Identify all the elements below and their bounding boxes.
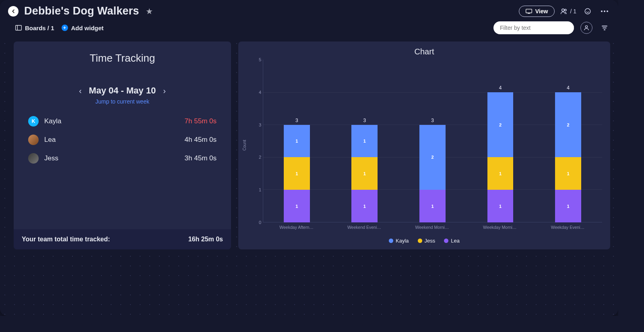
svg-point-7 xyxy=(607,10,608,12)
chart-legend: KaylaJessLea xyxy=(238,235,610,249)
chevron-left-icon xyxy=(10,8,16,14)
member-time: 3h 45m 0s xyxy=(185,154,217,162)
chart-ylabel: Count xyxy=(242,140,248,151)
legend-item[interactable]: Jess xyxy=(418,238,436,244)
bar-segment-lea: 1 xyxy=(351,190,378,222)
bar-segment-kayla: 2 xyxy=(419,125,446,190)
svg-point-2 xyxy=(562,9,564,11)
jump-current-week-link[interactable]: Jump to current week xyxy=(14,98,231,105)
chat-icon xyxy=(584,8,591,15)
legend-item[interactable]: Kayla xyxy=(389,238,409,244)
legend-item[interactable]: Lea xyxy=(444,238,460,244)
chart-xtick: Weekday Morning ... xyxy=(482,223,518,233)
members-icon xyxy=(560,8,568,15)
legend-label: Lea xyxy=(451,238,460,244)
more-icon xyxy=(601,10,608,12)
chart-xtick: Weekend Morning... xyxy=(414,223,450,233)
workspace-title: Debbie's Dog Walkers xyxy=(24,5,139,17)
bar-segment-kayla: 2 xyxy=(555,92,581,158)
chart-bar-column[interactable]: 4112 xyxy=(550,60,586,222)
time-tracking-list: KKayla7h 55m 0sLea4h 45m 0sJess3h 45m 0s xyxy=(14,105,231,168)
bar-segment-lea: 1 xyxy=(284,190,310,222)
bar-segment-jess: 1 xyxy=(351,157,378,190)
chart-title: Chart xyxy=(238,42,610,57)
bar-segment-kayla: 1 xyxy=(351,125,378,158)
bar-total-label: 3 xyxy=(279,118,315,125)
bar-segment-kayla: 1 xyxy=(284,125,310,158)
member-time: 4h 45m 0s xyxy=(185,136,217,144)
chat-button[interactable] xyxy=(582,6,593,17)
svg-point-5 xyxy=(601,10,603,12)
chart-ytick: 2 xyxy=(249,155,261,160)
filter-input[interactable] xyxy=(499,24,571,31)
bar-segment-kayla: 2 xyxy=(487,92,514,158)
legend-label: Kayla xyxy=(396,238,409,244)
user-button[interactable] xyxy=(580,22,592,34)
svg-point-12 xyxy=(585,26,587,28)
svg-point-4 xyxy=(585,8,590,14)
total-label: Your team total time tracked: xyxy=(22,236,110,243)
member-time: 7h 55m 0s xyxy=(185,117,217,125)
chart-xtick: Weekend Evening ... xyxy=(347,223,383,233)
bar-segment-jess: 1 xyxy=(284,157,310,190)
svg-rect-8 xyxy=(16,25,22,30)
filter-input-wrap[interactable] xyxy=(493,21,574,34)
svg-rect-0 xyxy=(526,9,532,12)
chart-bar-column[interactable]: 3111 xyxy=(347,60,383,222)
legend-swatch-icon xyxy=(389,239,393,243)
members-count: / 1 xyxy=(570,8,576,15)
save-filter-button[interactable] xyxy=(574,21,574,34)
legend-label: Jess xyxy=(425,238,436,244)
bar-segment-lea: 1 xyxy=(419,190,446,222)
view-label: View xyxy=(535,8,548,15)
chart-widget: Chart Count 3111311131241124112 Weekday … xyxy=(238,42,610,249)
member-name: Lea xyxy=(44,136,185,144)
chart-ytick: 1 xyxy=(249,187,261,192)
chart-ytick: 0 xyxy=(249,220,261,225)
chart-bar-column[interactable]: 312 xyxy=(414,60,450,222)
filter-settings-button[interactable] xyxy=(599,22,610,33)
back-button[interactable] xyxy=(8,6,19,17)
time-tracking-widget: Time Tracking ‹ May 04 - May 10 › Jump t… xyxy=(14,42,231,249)
svg-rect-15 xyxy=(604,29,605,30)
prev-week-button[interactable]: ‹ xyxy=(79,86,82,95)
chart-ytick: 3 xyxy=(249,122,261,127)
more-button[interactable] xyxy=(599,6,610,17)
avatar: K xyxy=(28,116,39,127)
time-tracking-row[interactable]: Lea4h 45m 0s xyxy=(28,131,217,149)
svg-point-6 xyxy=(604,10,605,12)
member-name: Kayla xyxy=(44,117,185,125)
add-widget-label: Add widget xyxy=(71,25,104,31)
user-icon xyxy=(583,25,590,31)
bar-segment-lea: 1 xyxy=(487,190,514,222)
avatar xyxy=(28,153,39,164)
filter-icon xyxy=(601,25,608,31)
widgets-grid: Time Tracking ‹ May 04 - May 10 › Jump t… xyxy=(0,40,618,257)
time-tracking-row[interactable]: KKayla7h 55m 0s xyxy=(28,112,217,131)
add-widget-button[interactable]: + Add widget xyxy=(62,25,104,31)
chart-xtick: Weekday Evening ... xyxy=(550,223,586,233)
chart-ytick: 4 xyxy=(249,90,261,95)
boards-icon xyxy=(15,25,22,31)
chart-xticks: Weekday Afternoo...Weekend Evening ...We… xyxy=(263,223,602,233)
svg-rect-13 xyxy=(602,26,607,27)
bar-segment-jess: 1 xyxy=(555,157,581,190)
next-week-button[interactable]: › xyxy=(163,86,166,95)
view-button[interactable]: View xyxy=(519,6,555,17)
favorite-star-icon[interactable]: ★ xyxy=(146,6,153,16)
chart-bar-column[interactable]: 4112 xyxy=(482,60,518,222)
toolbar: Boards / 1 + Add widget xyxy=(0,19,618,40)
member-name: Jess xyxy=(44,154,185,162)
bar-segment-lea: 1 xyxy=(555,190,581,222)
boards-button[interactable]: Boards / 1 xyxy=(15,25,54,31)
svg-rect-14 xyxy=(603,27,606,28)
chart-bar-column[interactable]: 3111 xyxy=(279,60,315,222)
time-tracking-row[interactable]: Jess3h 45m 0s xyxy=(28,149,217,168)
boards-label: Boards / 1 xyxy=(25,25,54,31)
display-icon xyxy=(526,9,532,14)
avatar xyxy=(28,135,39,145)
chart-ytick: 5 xyxy=(249,57,261,62)
date-range: May 04 - May 10 xyxy=(89,85,156,96)
plus-circle-icon: + xyxy=(62,25,68,31)
members-indicator[interactable]: / 1 xyxy=(560,8,576,15)
